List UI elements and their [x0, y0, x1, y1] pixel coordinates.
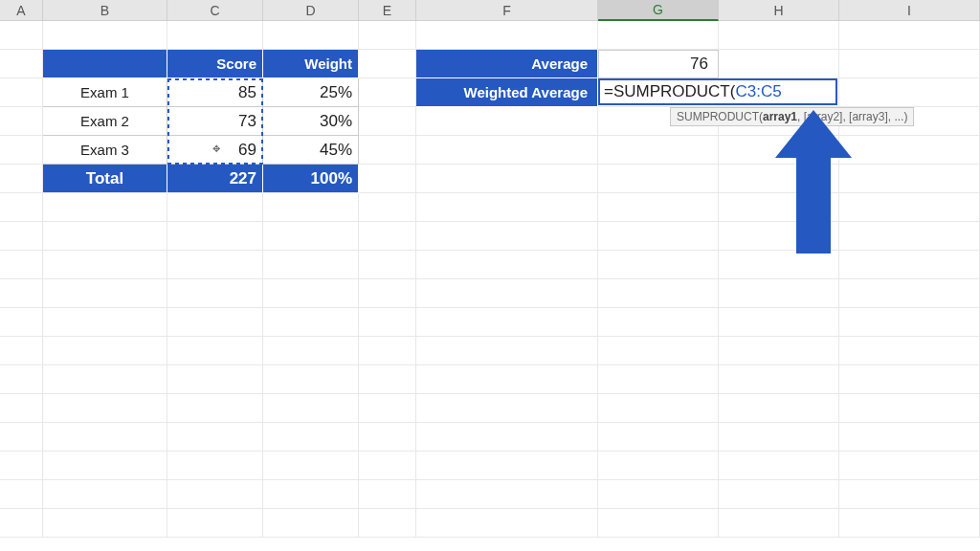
row-exam1-score[interactable]: 85 [167, 78, 263, 107]
cell-F11[interactable] [416, 308, 598, 337]
cell-G12[interactable] [598, 337, 719, 365]
cell-G16[interactable] [598, 452, 719, 480]
cell-A14[interactable] [0, 394, 43, 423]
cell-A17[interactable] [0, 480, 43, 509]
cell-A13[interactable] [0, 365, 43, 394]
cell-A7[interactable] [0, 193, 43, 222]
row-exam3-label[interactable]: Exam 3 [43, 136, 167, 165]
row-exam2-weight[interactable]: 30% [263, 107, 359, 136]
cell-H17[interactable] [719, 480, 839, 509]
cell-E8[interactable] [359, 222, 416, 251]
cell-E14[interactable] [359, 394, 416, 423]
cell-G5[interactable] [598, 136, 719, 165]
cell-I6[interactable] [839, 165, 980, 193]
cell-B13[interactable] [43, 365, 167, 394]
formula-editor[interactable]: =SUMPRODUCT(C3:C5 [598, 78, 837, 105]
total-label[interactable]: Total [43, 165, 167, 193]
cell-A11[interactable] [0, 308, 43, 337]
cell-F17[interactable] [416, 480, 598, 509]
cell-I14[interactable] [839, 394, 980, 423]
cell-G1[interactable] [598, 21, 719, 50]
cell-G9[interactable] [598, 251, 719, 279]
row-exam3-weight[interactable]: 45% [263, 136, 359, 165]
average-label[interactable]: Average [416, 50, 598, 78]
cell-H2[interactable] [719, 50, 839, 78]
cell-F9[interactable] [416, 251, 598, 279]
cell-I8[interactable] [839, 222, 980, 251]
cell-G18[interactable] [598, 509, 719, 538]
cell-E10[interactable] [359, 279, 416, 308]
cell-B11[interactable] [43, 308, 167, 337]
cell-D13[interactable] [263, 365, 359, 394]
cell-I17[interactable] [839, 480, 980, 509]
cell-A10[interactable] [0, 279, 43, 308]
cell-C18[interactable] [167, 509, 263, 538]
cell-B1[interactable] [43, 21, 167, 50]
row-exam2-label[interactable]: Exam 2 [43, 107, 167, 136]
cell-D15[interactable] [263, 423, 359, 452]
cell-C10[interactable] [167, 279, 263, 308]
cell-B12[interactable] [43, 337, 167, 365]
cell-F13[interactable] [416, 365, 598, 394]
row-exam2-score[interactable]: 73 [167, 107, 263, 136]
cell-F15[interactable] [416, 423, 598, 452]
cell-B15[interactable] [43, 423, 167, 452]
cell-H9[interactable] [719, 251, 839, 279]
cell-F4[interactable] [416, 107, 598, 136]
total-score[interactable]: 227 [167, 165, 263, 193]
cell-G14[interactable] [598, 394, 719, 423]
cell-B14[interactable] [43, 394, 167, 423]
cell-I12[interactable] [839, 337, 980, 365]
cell-A5[interactable] [0, 136, 43, 165]
cell-F18[interactable] [416, 509, 598, 538]
col-header-E[interactable]: E [359, 0, 416, 21]
cell-D18[interactable] [263, 509, 359, 538]
cell-E5[interactable] [359, 136, 416, 165]
cell-E1[interactable] [359, 21, 416, 50]
cell-A12[interactable] [0, 337, 43, 365]
cell-E18[interactable] [359, 509, 416, 538]
cell-D11[interactable] [263, 308, 359, 337]
cell-D9[interactable] [263, 251, 359, 279]
cell-I16[interactable] [839, 452, 980, 480]
cell-E7[interactable] [359, 193, 416, 222]
cell-D1[interactable] [263, 21, 359, 50]
cell-I15[interactable] [839, 423, 980, 452]
col-header-B[interactable]: B [43, 0, 167, 21]
cell-F1[interactable] [416, 21, 598, 50]
cell-H10[interactable] [719, 279, 839, 308]
cell-H18[interactable] [719, 509, 839, 538]
cell-D16[interactable] [263, 452, 359, 480]
cell-I5[interactable] [839, 136, 980, 165]
cell-E15[interactable] [359, 423, 416, 452]
col-header-H[interactable]: H [719, 0, 839, 21]
cell-C11[interactable] [167, 308, 263, 337]
cell-C8[interactable] [167, 222, 263, 251]
cell-E12[interactable] [359, 337, 416, 365]
cell-D10[interactable] [263, 279, 359, 308]
cell-F10[interactable] [416, 279, 598, 308]
cell-C7[interactable] [167, 193, 263, 222]
cell-F7[interactable] [416, 193, 598, 222]
cell-G17[interactable] [598, 480, 719, 509]
col-header-D[interactable]: D [263, 0, 359, 21]
cell-I11[interactable] [839, 308, 980, 337]
cell-H11[interactable] [719, 308, 839, 337]
cell-E3[interactable] [359, 78, 416, 107]
cell-A16[interactable] [0, 452, 43, 480]
wavg-label[interactable]: Weighted Average [416, 78, 598, 107]
cell-C13[interactable] [167, 365, 263, 394]
col-header-A[interactable]: A [0, 0, 43, 21]
cell-E13[interactable] [359, 365, 416, 394]
cell-I18[interactable] [839, 509, 980, 538]
cell-D12[interactable] [263, 337, 359, 365]
col-header-I[interactable]: I [839, 0, 980, 21]
row-exam1-label[interactable]: Exam 1 [43, 78, 167, 107]
cell-B16[interactable] [43, 452, 167, 480]
cell-H1[interactable] [719, 21, 839, 50]
col-weight-header[interactable]: Weight [263, 50, 359, 78]
row-exam1-weight[interactable]: 25% [263, 78, 359, 107]
cell-D8[interactable] [263, 222, 359, 251]
cell-H15[interactable] [719, 423, 839, 452]
cell-A1[interactable] [0, 21, 43, 50]
